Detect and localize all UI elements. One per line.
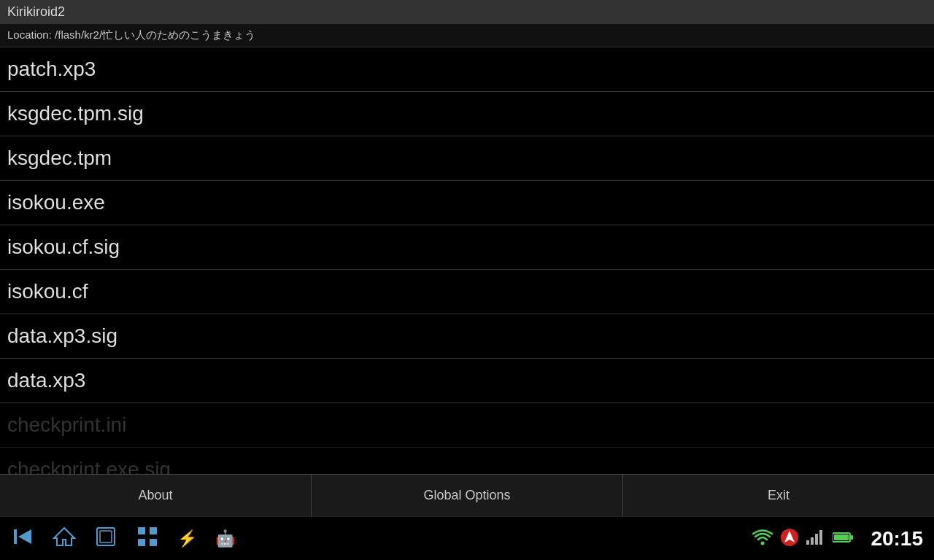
list-item-partial[interactable]: checkprint.exe.sig [0,448,934,474]
title-bar: Kirikiroid2 [0,0,934,24]
svg-point-9 [761,541,765,545]
wifi-icon [752,529,773,548]
svg-rect-5 [138,527,145,534]
usb-icon: ⚡ [177,529,197,548]
svg-rect-4 [100,531,112,542]
signal-icon [806,530,822,548]
recents-icon[interactable] [94,525,117,553]
svg-rect-6 [150,527,157,534]
svg-rect-13 [811,537,814,545]
svg-rect-1 [14,529,17,544]
location-bar: Location: /flash/kr2/忙しい人のためのこうまきょう [0,24,934,47]
navigation-icon [780,528,799,550]
svg-rect-18 [851,535,853,540]
menu-bar: AboutGlobal OptionsExit [0,474,934,516]
svg-rect-17 [834,534,849,540]
list-item[interactable]: data.xp3.sig [0,314,934,359]
svg-marker-2 [54,528,74,545]
battery-icon [833,532,853,546]
nav-left: ⚡ 🤖 [11,525,752,553]
file-items-container: patch.xp3ksgdec.tpm.sigksgdec.tpmisokou.… [0,47,934,403]
android-icon: 🤖 [215,529,235,548]
grid-icon[interactable] [136,525,159,553]
svg-rect-14 [815,534,818,545]
svg-marker-0 [18,529,31,544]
list-item-partial[interactable]: checkprint.ini [0,403,934,448]
back-icon[interactable] [11,525,34,553]
menu-button-about[interactable]: About [0,475,312,516]
file-list: patch.xp3ksgdec.tpm.sigksgdec.tpmisokou.… [0,47,934,474]
list-item[interactable]: ksgdec.tpm [0,136,934,181]
svg-rect-7 [138,539,145,546]
list-item[interactable]: patch.xp3 [0,47,934,92]
list-item[interactable]: data.xp3 [0,359,934,403]
svg-rect-15 [819,530,822,545]
partial-items-container: checkprint.inicheckprint.exe.sig [0,403,934,474]
location-text: Location: /flash/kr2/忙しい人のためのこうまきょう [7,28,255,41]
menu-button-exit[interactable]: Exit [623,475,934,516]
svg-rect-8 [150,539,157,546]
list-item[interactable]: isokou.cf [0,270,934,314]
nav-bar: ⚡ 🤖 [0,516,934,560]
home-icon[interactable] [53,525,76,553]
app-title: Kirikiroid2 [7,4,65,19]
nav-right: 20:15 [752,527,923,551]
list-item[interactable]: isokou.cf.sig [0,225,934,270]
time-display: 20:15 [871,527,923,551]
list-item[interactable]: ksgdec.tpm.sig [0,92,934,136]
list-item[interactable]: isokou.exe [0,181,934,225]
svg-rect-12 [806,540,809,545]
menu-button-global-options[interactable]: Global Options [312,475,623,516]
